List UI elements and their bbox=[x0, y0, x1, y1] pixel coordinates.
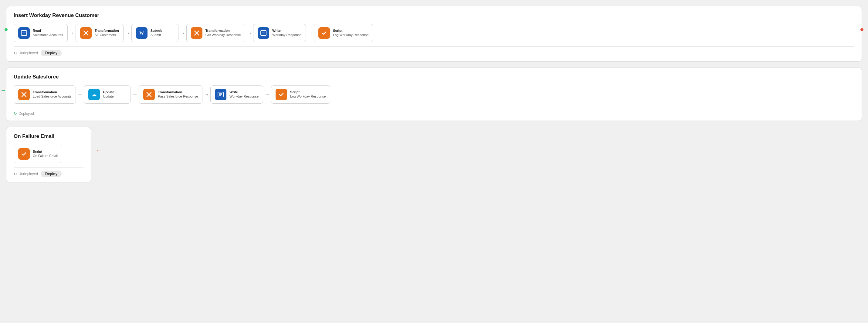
step-name-read: Salesforce Accounts bbox=[33, 33, 63, 37]
step-type-script-log-2: Script bbox=[290, 90, 326, 94]
step-name-write-workday-2: Workday Response bbox=[229, 94, 258, 99]
status-text-failure: Undeployed bbox=[19, 172, 38, 176]
pipeline-footer-insert: ↻ Undeployed Deploy bbox=[14, 46, 854, 57]
step-type-transform-load: Transformation bbox=[33, 90, 71, 94]
script-log-2-icon bbox=[276, 89, 287, 100]
pipeline-insert-workday: Insert Workday Revenue Customer Read Sal bbox=[6, 6, 862, 62]
script-failure-icon bbox=[18, 148, 30, 160]
pipeline-footer-failure: ↻ Undeployed Deploy bbox=[14, 167, 84, 177]
step-type-transform-sf: Transformation bbox=[95, 29, 119, 33]
step-script-log[interactable]: Script Log Workday Response bbox=[314, 24, 373, 42]
step-transform-pass[interactable]: Transformation Pass Salesforce Response bbox=[139, 85, 203, 104]
submit-icon: W bbox=[136, 27, 148, 39]
step-name-script-log: Log Workday Response bbox=[333, 33, 368, 37]
salesforce-icon: ☁ bbox=[88, 89, 100, 100]
step-submit[interactable]: W Submit Submit bbox=[131, 24, 179, 42]
arrow-3: → bbox=[179, 30, 186, 36]
status-label-failure: ↻ Undeployed bbox=[14, 172, 38, 176]
step-text-transform-pass: Transformation Pass Salesforce Response bbox=[158, 90, 198, 99]
step-type-write-workday-2: Write bbox=[229, 90, 258, 94]
arrow-4: → bbox=[245, 30, 253, 36]
pipeline-list: Insert Workday Revenue Customer Read Sal bbox=[6, 6, 862, 182]
step-write-workday[interactable]: Write Workday Response bbox=[253, 24, 306, 42]
step-write-workday-2[interactable]: Write Workday Response bbox=[210, 85, 263, 104]
status-text-update: Deployed bbox=[19, 111, 34, 116]
connection-dot-red bbox=[860, 28, 863, 31]
step-type-write-workday: Write bbox=[272, 29, 301, 33]
arrow-u4: → bbox=[263, 92, 271, 98]
arrow-u3: → bbox=[203, 92, 210, 98]
step-type-transform-pass: Transformation bbox=[158, 90, 198, 94]
step-text-transform-sf: Transformation SF Customers bbox=[95, 29, 119, 38]
step-type-update-sf: Update bbox=[103, 90, 114, 94]
step-read-salesforce[interactable]: Read Salesforce Accounts bbox=[14, 24, 68, 42]
step-name-transform-pass: Pass Salesforce Response bbox=[158, 94, 198, 99]
status-text-insert: Undeployed bbox=[19, 51, 38, 55]
arrow-5: → bbox=[306, 30, 314, 36]
pipeline-title-update: Update Salesforce bbox=[14, 74, 854, 80]
pipeline-canvas: Insert Workday Revenue Customer Read Sal bbox=[6, 6, 862, 182]
status-label-insert: ↻ Undeployed bbox=[14, 51, 38, 56]
step-type-transform-workday: Transformation bbox=[206, 29, 241, 33]
deploy-button-insert[interactable]: Deploy bbox=[41, 50, 62, 57]
connection-dot-green bbox=[5, 28, 8, 31]
step-name-transform-load: Load Salesforce Accounts bbox=[33, 94, 71, 99]
status-label-update: ↻ Deployed bbox=[14, 111, 34, 116]
step-name-transform-workday: Get Workday Response bbox=[206, 33, 241, 37]
step-name-script-failure: On Failure Email bbox=[33, 154, 58, 158]
status-icon-update: ↻ bbox=[14, 111, 17, 116]
step-text-write-workday-2: Write Workday Response bbox=[229, 90, 258, 99]
arrow-2: → bbox=[124, 30, 131, 36]
pipeline-footer-update: ↻ Deployed bbox=[14, 108, 854, 116]
script-log-icon bbox=[318, 27, 330, 39]
step-name-script-log-2: Log Workday Response bbox=[290, 94, 326, 99]
pipeline-title-insert: Insert Workday Revenue Customer bbox=[14, 12, 854, 19]
step-text-script-log: Script Log Workday Response bbox=[333, 29, 368, 38]
step-type-script-failure: Script bbox=[33, 149, 58, 154]
red-arrow-label: ← bbox=[96, 148, 100, 153]
step-script-log-2[interactable]: Script Log Workday Response bbox=[271, 85, 330, 104]
step-text-transform-workday: Transformation Get Workday Response bbox=[206, 29, 241, 38]
step-name-write-workday: Workday Response bbox=[272, 33, 301, 37]
step-transform-load[interactable]: Transformation Load Salesforce Accounts bbox=[14, 85, 76, 104]
step-text-read: Read Salesforce Accounts bbox=[33, 29, 63, 38]
steps-row-update: Transformation Load Salesforce Accounts … bbox=[14, 85, 854, 104]
step-text-transform-load: Transformation Load Salesforce Accounts bbox=[33, 90, 71, 99]
status-icon-failure: ↻ bbox=[14, 172, 17, 176]
green-arrow-in: → bbox=[0, 87, 6, 94]
step-text-script-failure: Script On Failure Email bbox=[33, 149, 58, 158]
transform-workday-icon bbox=[191, 27, 203, 39]
transform-pass-icon bbox=[143, 89, 155, 100]
pipeline-update-salesforce: → Update Salesforce Transformation Load … bbox=[6, 68, 862, 121]
step-type-submit: Submit bbox=[151, 29, 162, 33]
arrow-u1: → bbox=[76, 92, 84, 98]
steps-row-failure: Script On Failure Email bbox=[14, 145, 84, 163]
step-name-transform-sf: SF Customers bbox=[95, 33, 119, 37]
pipeline-on-failure: On Failure Email Script On Failure Email bbox=[6, 127, 91, 182]
steps-row-insert: Read Salesforce Accounts → Transformatio… bbox=[14, 24, 854, 42]
step-update-sf[interactable]: ☁ Update Update bbox=[84, 85, 131, 104]
step-text-script-log-2: Script Log Workday Response bbox=[290, 90, 326, 99]
pipeline-title-failure: On Failure Email bbox=[14, 133, 84, 139]
status-icon-insert: ↻ bbox=[14, 51, 17, 56]
step-script-failure[interactable]: Script On Failure Email bbox=[14, 145, 62, 163]
transform-sf-icon bbox=[80, 27, 92, 39]
write-workday-2-icon bbox=[215, 89, 226, 100]
step-text-update-sf: Update Update bbox=[103, 90, 114, 99]
step-transform-sf[interactable]: Transformation SF Customers bbox=[75, 24, 124, 42]
write-workday-icon bbox=[258, 27, 269, 39]
step-name-submit: Submit bbox=[151, 33, 162, 37]
step-type-script-log: Script bbox=[333, 29, 368, 33]
step-transform-workday[interactable]: Transformation Get Workday Response bbox=[186, 24, 246, 42]
step-type-read: Read bbox=[33, 29, 63, 33]
step-text-write-workday: Write Workday Response bbox=[272, 29, 301, 38]
arrow-1: → bbox=[68, 30, 75, 36]
step-name-update-sf: Update bbox=[103, 94, 114, 99]
step-text-submit: Submit Submit bbox=[151, 29, 162, 38]
transform-load-icon bbox=[18, 89, 30, 100]
deploy-button-failure[interactable]: Deploy bbox=[41, 171, 62, 177]
read-icon bbox=[18, 27, 30, 39]
arrow-u2: → bbox=[131, 92, 139, 98]
